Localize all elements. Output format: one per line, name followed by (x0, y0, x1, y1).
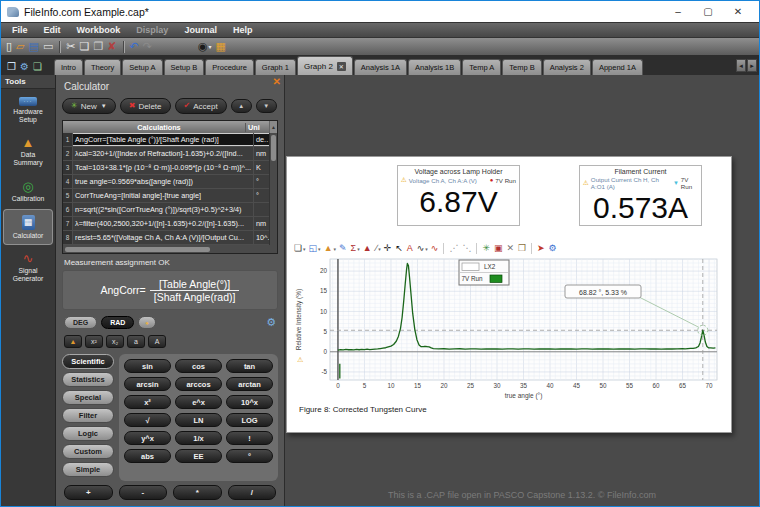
add-data-tool-icon[interactable]: ✳ (481, 244, 491, 253)
category-statistics[interactable]: Statistics (62, 372, 114, 387)
prediction-clear-icon[interactable]: ⋱ (461, 244, 472, 253)
new-file-icon[interactable]: ▯ (6, 41, 12, 52)
cut-icon[interactable]: ✂ (66, 41, 75, 52)
key-LN[interactable]: LN (175, 413, 222, 427)
table-horizontal-scrollbar[interactable] (63, 245, 277, 253)
category-logic[interactable]: Logic (62, 426, 114, 441)
key-ex[interactable]: e^x (175, 395, 222, 409)
curve-fit-tool-icon[interactable]: ∿ (416, 244, 426, 253)
sidebar-item-data-summary[interactable]: ▲Data Summary (4, 131, 52, 171)
close-button[interactable]: ✕ (723, 2, 753, 22)
tab-analysis-2[interactable]: Analysis 2 (543, 59, 591, 75)
tab-append-1a[interactable]: Append 1A (592, 59, 643, 75)
menu-help[interactable]: Help (225, 25, 261, 35)
sidebar-item-calculator[interactable]: ▦Calculator (4, 210, 52, 244)
operator-key[interactable]: / (228, 485, 277, 500)
dropdown-caret-icon[interactable]: ▾ (425, 246, 428, 252)
dropdown-caret-icon[interactable]: ▾ (357, 246, 360, 252)
calculation-row[interactable]: 7λ=filter(400,2500,320+1/([n]-1.635)+0.2… (63, 217, 277, 231)
accept-calculation-button[interactable]: ✔ Accept (175, 98, 227, 114)
copy-display-tool-icon[interactable]: ❐ (517, 244, 527, 253)
key-arccos[interactable]: arccos (175, 377, 222, 391)
calculator-gear-icon[interactable]: ⚙ (266, 316, 276, 329)
angle-mode-deg[interactable]: DEG (64, 316, 97, 329)
scale-to-fit-icon[interactable]: ◱ (308, 244, 319, 253)
move-down-button[interactable]: ▼ (256, 99, 277, 113)
key-sin[interactable]: sin (124, 359, 171, 373)
select-region-tool-icon[interactable]: ▣ (493, 244, 504, 253)
table-vertical-scrollbar[interactable] (269, 133, 277, 245)
minimize-button[interactable]: – (663, 2, 693, 22)
menu-display[interactable]: Display (128, 25, 176, 35)
key-[interactable]: ! (226, 431, 273, 445)
tab-analysis-1a[interactable]: Analysis 1A (354, 59, 407, 75)
copy-icon[interactable]: ❏ (80, 41, 90, 52)
undo-icon[interactable]: ↶ (130, 41, 139, 52)
digits-display-voltage[interactable]: Voltage across Lamp Holder ⚠ Voltage Ch … (397, 165, 520, 226)
tab-analysis-1b[interactable]: Analysis 1B (408, 59, 461, 75)
measurement-source[interactable]: Output Current Ch H, Ch A:O1 (A) (591, 176, 673, 190)
category-scientific[interactable]: Scientific (62, 354, 114, 369)
lowercase-button[interactable]: a (127, 335, 145, 348)
key-1x[interactable]: 1/x (175, 431, 222, 445)
tab-graph-1[interactable]: Graph 1 (255, 59, 296, 75)
run-selector[interactable]: ▼ 7V Run (673, 176, 698, 190)
tab-close-icon[interactable]: ✕ (337, 62, 346, 71)
calculation-row[interactable]: 4true angle=0.9569*abs([angle (rad)])° (63, 175, 277, 189)
statistics-tool-icon[interactable]: Σ (350, 244, 358, 253)
digits-display-current[interactable]: Filament Current ⚠ Output Current Ch H, … (579, 165, 702, 226)
calculation-row[interactable]: 5CorrTrueAng=[Initial angle]-[true angle… (63, 189, 277, 203)
tab-procedure[interactable]: Procedure (205, 59, 254, 75)
dropdown-caret-icon[interactable]: ▾ (334, 246, 337, 252)
workbook-grid-icon[interactable]: ▦ (216, 41, 226, 52)
operator-key[interactable]: - (119, 485, 168, 500)
delete-calculation-button[interactable]: ✖ Delete (120, 98, 171, 114)
menu-workbook[interactable]: Workbook (69, 25, 129, 35)
category-filter[interactable]: Filter (62, 408, 114, 423)
tab-scroll-right-icon[interactable]: ▸ (747, 59, 757, 72)
calculation-row[interactable]: 1AngCorr=[Table Angle (°)]/[Shaft Angle … (63, 133, 277, 147)
dropdown-caret-icon[interactable]: ▾ (378, 246, 381, 252)
tab-temp-a[interactable]: Temp A (462, 59, 501, 75)
redo-icon[interactable]: ↷ (143, 41, 152, 52)
measurement-source[interactable]: Voltage Ch A, Ch A:A (V) (409, 177, 477, 184)
operator-key[interactable]: * (173, 485, 222, 500)
menu-journal[interactable]: Journal (176, 25, 225, 35)
key-[interactable]: √ (124, 413, 171, 427)
calculation-row[interactable]: 3Tcal=103+38.1*[ρ (10⁻⁸ Ω·m)]-0.095*[ρ (… (63, 161, 277, 175)
key-10x[interactable]: 10^x (226, 395, 273, 409)
remove-data-tool-icon[interactable]: ✕ (505, 244, 515, 253)
category-custom[interactable]: Custom (62, 444, 114, 459)
add-measurement-icon[interactable]: ▲ (323, 244, 334, 253)
tab-scroll-left-icon[interactable]: ◂ (736, 59, 746, 72)
key-arctan[interactable]: arctan (226, 377, 273, 391)
new-calculation-button[interactable]: ✳ New ▼ (62, 98, 116, 114)
tab-setup-a[interactable]: Setup A (122, 59, 162, 75)
sidebar-item-signal-generator[interactable]: ∿Signal Generator (4, 247, 52, 287)
panel-close-icon[interactable]: ✕ (273, 76, 281, 87)
style-picker-button[interactable]: ● (138, 316, 156, 329)
paste-icon[interactable]: ❐ (93, 41, 103, 52)
superscript-button[interactable]: x² (85, 335, 103, 348)
graph-plot[interactable]: 68.82 °, 5.33 %LX27V Run0510152025303540… (287, 257, 733, 403)
selection-tool-icon[interactable]: ❏ (293, 244, 303, 253)
save-file-icon[interactable]: ▤ (29, 41, 39, 52)
key-LOG[interactable]: LOG (226, 413, 273, 427)
key-arcsin[interactable]: arcsin (124, 377, 171, 391)
key-x[interactable]: x² (124, 395, 171, 409)
add-page-icon[interactable]: ❏ (33, 62, 42, 72)
maximize-button[interactable]: ▢ (693, 2, 723, 22)
delta-tool-icon[interactable]: ▲ (362, 244, 373, 253)
slope-tool-icon[interactable]: ↖ (394, 244, 404, 253)
tab-graph-2[interactable]: Graph 2✕ (297, 56, 353, 75)
delete-icon[interactable]: ✘ (107, 41, 116, 52)
annotation-tool-icon[interactable]: A (406, 244, 414, 253)
crosshair-tool-icon[interactable]: ✛ (383, 244, 393, 253)
menu-edit[interactable]: Edit (36, 25, 69, 35)
key-EE[interactable]: EE (175, 449, 222, 463)
key-abs[interactable]: abs (124, 449, 171, 463)
run-selector[interactable]: ● 7V Run (490, 177, 516, 184)
key-tan[interactable]: tan (226, 359, 273, 373)
key-cos[interactable]: cos (175, 359, 222, 373)
category-special[interactable]: Special (62, 390, 114, 405)
